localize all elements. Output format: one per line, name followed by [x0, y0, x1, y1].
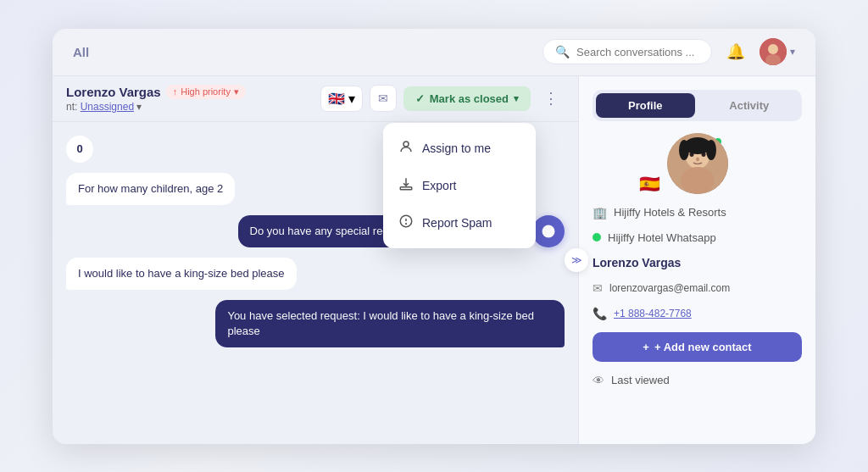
channel-row: Hijiffy Hotel Whatsapp [593, 231, 802, 244]
user-avatar-container[interactable]: ▾ [760, 38, 795, 65]
bell-icon[interactable]: 🔔 [722, 38, 749, 65]
svg-rect-4 [400, 186, 412, 189]
search-icon: 🔍 [555, 45, 570, 58]
chat-header: Lorenzo Vargas ↑ High priority ▾ nt: Una… [53, 76, 578, 122]
profile-avatar-section: 🇪🇸 [593, 133, 802, 194]
avatar [760, 38, 787, 65]
eye-icon: 👁 [593, 374, 604, 387]
export-icon [398, 176, 414, 195]
spain-flag-icon: 🇪🇸 [639, 174, 660, 194]
whatsapp-icon [593, 233, 601, 242]
contact-name: Lorenzo Vargas ↑ High priority ▾ [66, 85, 246, 99]
chevron-down-icon: ▾ [790, 46, 795, 58]
add-new-contact-button[interactable]: + + Add new contact [593, 332, 802, 362]
top-bar: All 🔍 🔔 ▾ [53, 29, 815, 76]
svg-point-17 [706, 140, 716, 160]
message-counter: 0 [66, 136, 93, 163]
chat-header-left: Lorenzo Vargas ↑ High priority ▾ nt: Una… [66, 85, 246, 113]
message-bubble: I would like to have a king-size bed ple… [66, 258, 297, 290]
email-button[interactable]: ✉ [370, 85, 397, 112]
report-spam-item[interactable]: Report Spam [383, 204, 536, 242]
assign-to-me-label: Assign to me [422, 142, 491, 155]
collapse-panel-button[interactable]: ≫ [565, 248, 588, 272]
main-content: Lorenzo Vargas ↑ High priority ▾ nt: Una… [53, 76, 815, 444]
message-bubble: You have selected request: I would like … [215, 300, 565, 347]
phone-link[interactable]: +1 888-482-7768 [614, 308, 692, 319]
export-label: Export [422, 179, 456, 192]
svg-point-8 [542, 225, 555, 237]
svg-point-11 [681, 167, 715, 194]
message-bubble: For how many children, age 2 [66, 173, 235, 205]
export-item[interactable]: Export [383, 167, 536, 204]
dropdown-menu: Assign to me Export [383, 123, 536, 248]
top-bar-right: 🔍 🔔 ▾ [542, 38, 795, 65]
all-label: All [73, 45, 89, 59]
check-icon: ✓ [415, 92, 425, 105]
mark-as-closed-button[interactable]: ✓ Mark as closed ▾ [403, 86, 531, 111]
panel-tabs: Profile Activity [593, 90, 802, 121]
profile-name: Lorenzo Vargas [593, 256, 802, 269]
svg-point-14 [696, 157, 699, 161]
compose-button[interactable] [532, 215, 565, 247]
assign-to-me-item[interactable]: Assign to me [383, 130, 536, 167]
plus-icon: + [643, 341, 649, 353]
company-row: 🏢 Hijiffy Hotels & Resorts [593, 206, 802, 219]
profile-avatar [667, 133, 728, 194]
company-icon: 🏢 [593, 206, 607, 219]
report-spam-label: Report Spam [422, 216, 492, 230]
chat-header-right: 🇬🇧 ▾ ✉ ✓ Mark as closed ▾ ⋮ [320, 85, 565, 112]
flag-button[interactable]: 🇬🇧 ▾ [320, 86, 363, 112]
svg-point-1 [768, 44, 778, 54]
flag-chevron-icon: ▾ [348, 91, 355, 107]
search-input[interactable] [576, 46, 699, 58]
report-spam-icon [398, 214, 414, 232]
message-row: You have selected request: I would like … [66, 300, 565, 347]
priority-badge[interactable]: ↑ High priority ▾ [166, 85, 246, 99]
last-viewed-row: 👁 Last viewed [593, 374, 802, 387]
email-icon: ✉ [378, 92, 388, 105]
priority-up-icon: ↑ [173, 86, 178, 97]
phone-row: 📞 +1 888-482-7768 [593, 307, 802, 320]
phone-icon: 📞 [593, 307, 607, 320]
svg-point-3 [403, 142, 409, 147]
priority-chevron-icon: ▾ [234, 86, 239, 97]
assign-icon [398, 139, 414, 158]
tab-activity[interactable]: Activity [700, 93, 799, 118]
message-row: I would like to have a king-size bed ple… [66, 258, 565, 290]
unassigned-link[interactable]: Unassigned [81, 101, 134, 113]
search-bar[interactable]: 🔍 [542, 39, 712, 64]
email-row: ✉ lorenzovargas@email.com [593, 281, 802, 295]
chat-section: Lorenzo Vargas ↑ High priority ▾ nt: Una… [53, 76, 578, 444]
tab-profile[interactable]: Profile [596, 93, 695, 118]
svg-point-16 [679, 140, 689, 160]
mark-closed-chevron-icon: ▾ [514, 93, 519, 104]
flag-icon: 🇬🇧 [328, 91, 345, 107]
email-profile-icon: ✉ [593, 281, 603, 295]
assign-row: nt: Unassigned ▾ [66, 101, 246, 113]
right-panel: Profile Activity [578, 76, 815, 444]
more-options-button[interactable]: ⋮ [537, 85, 565, 112]
